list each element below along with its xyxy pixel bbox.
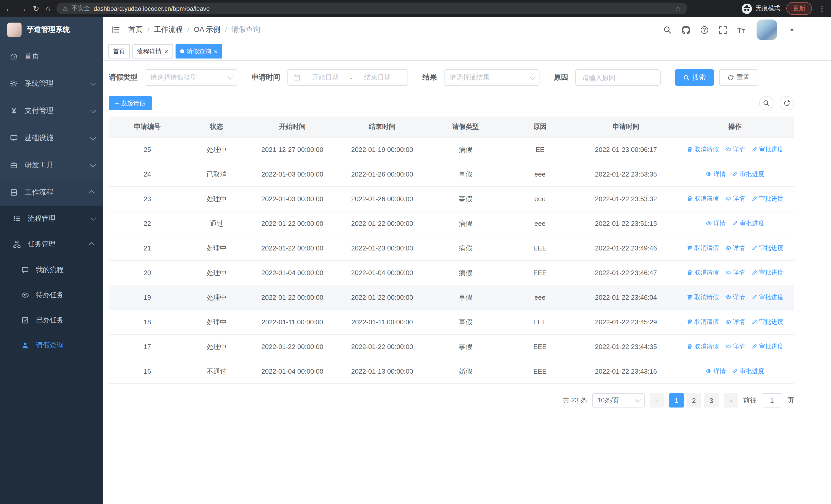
audit-progress-link[interactable]: 审批进度 [732,170,764,179]
sidebar-item-my-processes[interactable]: 我的流程 [0,257,103,282]
next-page-button[interactable]: › [724,393,738,408]
audit-progress-link[interactable]: 审批进度 [751,318,783,326]
date-range-picker[interactable]: 开始日期 - 结束日期 [287,69,408,86]
audit-progress-link[interactable]: 审批进度 [751,268,783,277]
browser-forward-icon[interactable]: → [19,5,27,12]
update-button[interactable]: 更新 [786,2,812,15]
detail-link[interactable]: 详情 [706,219,726,228]
detail-link[interactable]: 详情 [725,293,745,302]
sidebar-item-process-management[interactable]: 流程管理 [0,206,103,232]
detail-link[interactable]: 详情 [725,244,745,253]
chevron-up-icon [89,242,95,248]
avatar-caret-down-icon[interactable] [790,28,794,31]
sidebar-item-task-management[interactable]: 任务管理 [0,232,103,257]
cancel-leave-link[interactable]: 取消请假 [687,293,719,302]
detail-link[interactable]: 详情 [706,170,726,179]
cancel-leave-link[interactable]: 取消请假 [687,195,719,203]
page-button-2[interactable]: 2 [687,393,701,408]
address-bar[interactable]: ⚠ 不安全 dashboard.yudao.iocoder.cn/bpm/oa/… [56,3,687,14]
refresh-table-icon[interactable] [780,96,794,110]
detail-link[interactable]: 详情 [725,342,745,351]
prev-page-button[interactable]: ‹ [650,393,664,408]
cell-end: 2022-01-22 00:00:00 [337,285,427,310]
leave-type-select[interactable]: 请选择请假类型 [145,69,237,86]
url-text[interactable]: dashboard.yudao.iocoder.cn/bpm/oa/leave [94,5,210,12]
chevron-down-icon [90,161,96,167]
sidebar-item-label: 基础设施 [25,133,53,142]
sidebar-item-system[interactable]: 系统管理 [0,70,103,97]
close-icon[interactable]: × [214,48,218,55]
security-warning-label[interactable]: 不安全 [71,4,90,13]
search-icon[interactable] [663,25,671,34]
cell-type: 事假 [427,162,504,186]
page-button-1[interactable]: 1 [669,393,684,408]
detail-link[interactable]: 详情 [725,145,745,154]
font-size-icon[interactable]: TT [737,26,745,34]
audit-progress-link[interactable]: 审批进度 [751,244,783,253]
breadcrumb-item[interactable]: 首页 [128,25,143,34]
table-row: 24已取消2022-01-03 00:00:002022-01-26 00:00… [109,162,794,186]
tab-process-detail[interactable]: 流程详情 × [133,44,173,59]
sidebar-toggle-icon[interactable] [103,25,128,34]
browser-back-icon[interactable]: ← [5,5,13,12]
fullscreen-icon[interactable] [718,25,727,34]
sidebar-item-done-tasks[interactable]: 已办任务 [0,307,103,333]
filter-label: 申请时间 [252,73,280,82]
sidebar-item-label: 研发工具 [25,160,53,170]
cell-actions: 取消请假详情审批进度 [676,236,794,261]
cell-reason: EEE [504,310,576,334]
reset-button[interactable]: 重置 [719,69,758,86]
sidebar-item-workflow[interactable]: 工作流程 [0,179,103,206]
goto-page-input[interactable] [762,393,782,408]
active-tab-dot [180,49,184,53]
cancel-leave-link[interactable]: 取消请假 [687,318,719,326]
detail-link[interactable]: 详情 [725,195,745,203]
cancel-leave-link[interactable]: 取消请假 [687,244,719,253]
page-button-3[interactable]: 3 [704,393,719,408]
table-row: 19处理中2022-01-22 00:00:002022-01-22 00:00… [109,285,794,310]
toggle-search-icon[interactable] [759,96,774,110]
browser-reload-icon[interactable]: ↻ [33,5,39,12]
sidebar-item-home[interactable]: 首页 [0,42,103,70]
detail-link[interactable]: 详情 [725,268,745,277]
tab-leave-query[interactable]: 请假查询 × [175,44,222,59]
audit-progress-link[interactable]: 审批进度 [751,195,783,203]
sidebar-item-todo-tasks[interactable]: 待办任务 [0,282,103,307]
breadcrumb-item[interactable]: 工作流程 [154,25,183,34]
audit-progress-link[interactable]: 审批进度 [751,145,783,154]
browser-home-icon[interactable]: ⌂ [46,5,50,12]
detail-link[interactable]: 详情 [725,318,745,326]
sidebar-item-leave-query[interactable]: 请假查询 [0,333,103,358]
eye-icon [725,147,731,153]
cancel-leave-link[interactable]: 取消请假 [687,145,719,154]
close-icon[interactable]: × [164,48,168,55]
result-select[interactable]: 请选择流结果 [444,69,540,86]
workflow-icon [9,188,19,196]
help-icon[interactable] [700,25,709,34]
audit-progress-link[interactable]: 审批进度 [751,342,783,351]
filter-reason: 原因 [554,69,661,86]
bookmark-star-icon[interactable]: ☆ [675,5,681,12]
avatar[interactable] [756,20,777,40]
sidebar-item-devtools[interactable]: 研发工具 [0,151,103,179]
eye-icon [725,319,731,325]
page-size-select[interactable]: 10条/页 [592,393,645,408]
cancel-leave-link[interactable]: 取消请假 [687,342,719,351]
cancel-leave-link[interactable]: 取消请假 [687,268,719,277]
reason-input[interactable] [581,73,655,82]
trash-icon [687,196,693,202]
browser-menu-icon[interactable]: ⋮ [818,4,826,13]
github-icon[interactable] [681,25,690,34]
breadcrumb-item[interactable]: OA 示例 [194,25,221,34]
sidebar-item-infrastructure[interactable]: 基础设施 [0,124,103,151]
search-button[interactable]: 搜索 [675,69,714,86]
sidebar-item-payment[interactable]: ¥ 支付管理 [0,97,103,124]
cell-id: 21 [109,236,186,261]
select-placeholder: 请选择请假类型 [150,73,197,82]
tab-home[interactable]: 首页 [108,44,130,59]
create-leave-button[interactable]: + 发起请假 [109,96,152,110]
audit-progress-link[interactable]: 审批进度 [732,219,764,228]
detail-link[interactable]: 详情 [706,367,726,376]
audit-progress-link[interactable]: 审批进度 [751,293,783,302]
audit-progress-link[interactable]: 审批进度 [732,367,764,376]
